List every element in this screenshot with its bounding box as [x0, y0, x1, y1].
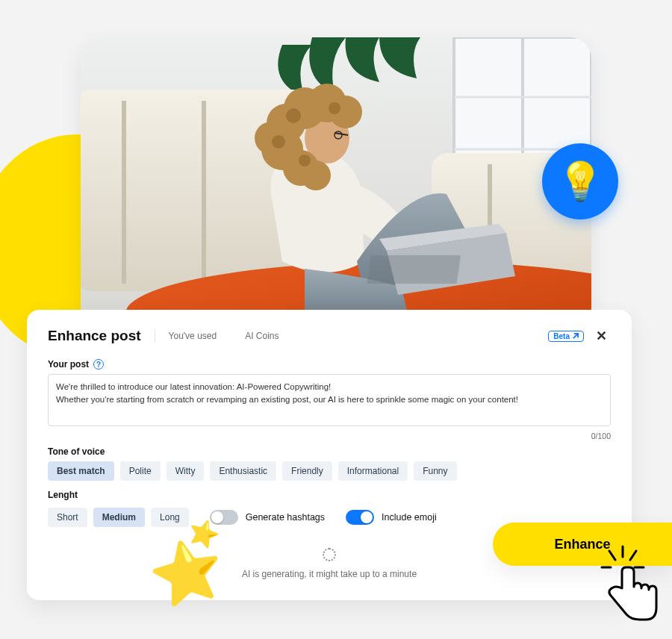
svg-point-26	[299, 155, 311, 166]
emoji-toggle-wrap: Include emoji	[346, 510, 437, 525]
lightbulb-icon: 💡	[557, 160, 603, 203]
tone-chip-friendly[interactable]: Friendly	[282, 461, 332, 481]
beta-label: Beta	[553, 332, 570, 340]
close-icon: ✕	[596, 328, 607, 344]
length-chip-long[interactable]: Long	[151, 508, 189, 527]
svg-point-24	[286, 108, 301, 123]
spinner-icon	[323, 548, 336, 561]
tone-section: Tone of voice Best matchPoliteWittyEnthu…	[48, 446, 611, 481]
modal-title: Enhance post	[48, 328, 141, 344]
info-icon[interactable]: ?	[93, 359, 104, 370]
hero-image	[81, 37, 591, 328]
enhance-label: Enhance	[554, 537, 610, 552]
tone-chip-enthusiastic[interactable]: Enthusiastic	[210, 461, 276, 481]
your-post-section: Your post ? 0/100	[48, 359, 611, 440]
char-counter: 0/100	[48, 431, 611, 440]
usage-label: You've used	[169, 331, 217, 341]
hashtags-label: Generate hashtags	[246, 512, 325, 523]
length-section: Lenght ShortMediumLong Generate hashtags…	[48, 490, 611, 527]
length-chip-row: ShortMediumLong	[48, 508, 189, 527]
external-link-icon	[572, 333, 579, 340]
modal-header: Enhance post You've used AI Coins Beta ✕	[48, 326, 611, 346]
tone-chip-funny[interactable]: Funny	[414, 461, 456, 481]
generating-text: AI is generating, it might take up to a …	[242, 569, 417, 579]
tone-chip-row: Best matchPoliteWittyEnthusiasticFriendl…	[48, 461, 611, 481]
tone-chip-polite[interactable]: Polite	[120, 461, 161, 481]
tone-chip-best-match[interactable]: Best match	[48, 461, 114, 481]
tone-chip-witty[interactable]: Witty	[167, 461, 205, 481]
idea-badge: 💡	[542, 143, 618, 219]
emoji-toggle[interactable]	[346, 510, 374, 525]
post-textarea[interactable]	[48, 374, 611, 426]
hashtags-toggle[interactable]	[210, 510, 238, 525]
enhance-button[interactable]: Enhance	[493, 523, 672, 566]
emoji-label: Include emoji	[382, 512, 437, 523]
length-label: Lenght	[48, 490, 611, 500]
coins-label: AI Coins	[245, 331, 279, 341]
svg-point-25	[272, 135, 285, 149]
length-chip-short[interactable]: Short	[48, 508, 87, 527]
divider	[155, 329, 155, 343]
length-chip-medium[interactable]: Medium	[93, 508, 145, 527]
tone-label: Tone of voice	[48, 446, 611, 457]
svg-rect-28	[367, 255, 461, 284]
beta-badge[interactable]: Beta	[548, 331, 584, 342]
hashtags-toggle-wrap: Generate hashtags	[210, 510, 325, 525]
svg-point-27	[329, 102, 340, 114]
close-button[interactable]: ✕	[591, 326, 611, 346]
your-post-label: Your post ?	[48, 359, 611, 370]
tone-chip-informational[interactable]: Informational	[338, 461, 408, 481]
